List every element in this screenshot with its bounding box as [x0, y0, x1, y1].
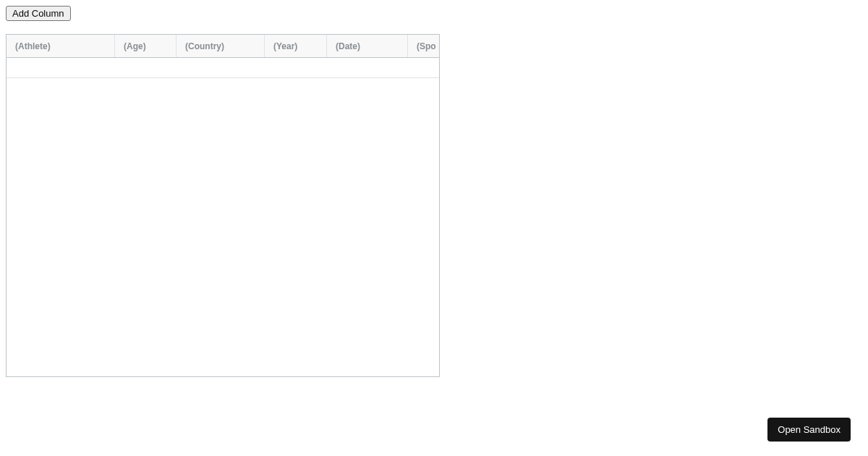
- open-sandbox-button[interactable]: Open Sandbox: [767, 418, 851, 442]
- column-header-year[interactable]: (Year): [265, 35, 327, 57]
- grid-body[interactable]: [7, 58, 439, 376]
- grid-row[interactable]: [7, 58, 439, 78]
- data-grid: (Athlete) (Age) (Country) (Year) (Date) …: [6, 34, 440, 377]
- column-header-age[interactable]: (Age): [115, 35, 176, 57]
- column-header-athlete[interactable]: (Athlete): [7, 35, 115, 57]
- column-header-country[interactable]: (Country): [176, 35, 265, 57]
- column-header-sport[interactable]: (Spo: [408, 35, 439, 57]
- grid-header-row: (Athlete) (Age) (Country) (Year) (Date) …: [7, 35, 439, 58]
- add-column-button[interactable]: Add Column: [6, 6, 71, 21]
- column-header-date[interactable]: (Date): [327, 35, 408, 57]
